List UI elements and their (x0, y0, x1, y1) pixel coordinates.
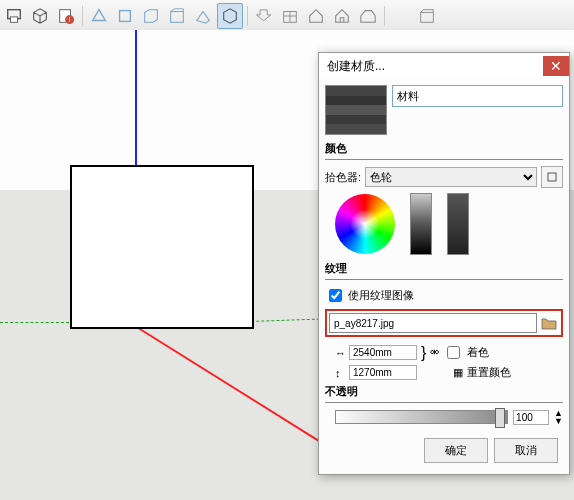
tool-shape3-icon[interactable] (139, 4, 163, 28)
value-slider-1[interactable] (410, 193, 432, 255)
divider (325, 159, 563, 160)
tool-info-icon[interactable]: i (54, 4, 78, 28)
svg-text:i: i (69, 16, 70, 23)
value-slider-2[interactable] (447, 193, 469, 255)
drawing-rectangle[interactable] (70, 165, 254, 329)
material-preview-thumb (325, 85, 387, 135)
reset-color-label: 重置颜色 (467, 365, 511, 380)
picker-select[interactable]: 色轮 (365, 167, 537, 187)
dialog-title-text: 创建材质... (327, 58, 385, 75)
tool-shape1-icon[interactable] (87, 4, 111, 28)
tool-house1-icon[interactable] (304, 4, 328, 28)
height-input[interactable] (349, 365, 417, 380)
material-name-input[interactable] (392, 85, 563, 107)
browse-file-button[interactable] (539, 313, 559, 333)
tool-shape2-icon[interactable] (113, 4, 137, 28)
colorize-label: 着色 (467, 345, 489, 360)
main-toolbar: i (0, 0, 574, 33)
reset-color-icon[interactable]: ▦ (453, 366, 463, 379)
tool-house3-icon[interactable] (356, 4, 380, 28)
link-icon[interactable]: ⚮ (430, 346, 439, 359)
tool-shape6-icon[interactable] (217, 3, 243, 29)
svg-rect-11 (548, 173, 556, 181)
toolbar-separator (82, 6, 83, 26)
opacity-spinner[interactable]: ▲▼ (554, 409, 563, 425)
tool-print-icon[interactable] (2, 4, 26, 28)
svg-rect-1 (10, 17, 17, 22)
highlighted-texture-row (325, 309, 563, 337)
create-material-dialog: 创建材质... ✕ 颜色 拾色器: 色轮 纹理 使用纹理图像 (318, 52, 570, 475)
tool-shape4-icon[interactable] (165, 4, 189, 28)
toolbar-separator (247, 6, 248, 26)
svg-rect-5 (120, 11, 131, 22)
ok-button[interactable]: 确定 (424, 438, 488, 463)
opacity-input[interactable] (513, 410, 549, 425)
color-wheel[interactable] (335, 194, 395, 254)
texture-section-header: 纹理 (325, 261, 563, 276)
tool-cube-icon[interactable] (28, 4, 52, 28)
texture-filename-input[interactable] (329, 313, 537, 333)
bracket-icon: } (421, 344, 426, 362)
tool-unfold-icon[interactable] (252, 4, 276, 28)
cancel-button[interactable]: 取消 (494, 438, 558, 463)
picker-label: 拾色器: (325, 170, 361, 185)
eyedropper-button[interactable] (541, 166, 563, 188)
tool-box-icon[interactable] (415, 4, 439, 28)
tool-house2-icon[interactable] (330, 4, 354, 28)
tool-empty-icon[interactable] (389, 4, 413, 28)
color-section-header: 颜色 (325, 141, 563, 156)
divider (325, 279, 563, 280)
height-arrow-icon: ↕ (335, 367, 345, 379)
svg-rect-6 (171, 12, 184, 23)
tool-package-icon[interactable] (278, 4, 302, 28)
divider (325, 402, 563, 403)
dialog-titlebar[interactable]: 创建材质... ✕ (319, 53, 569, 79)
opacity-section-header: 不透明 (325, 384, 563, 399)
width-input[interactable] (349, 345, 417, 360)
opacity-slider-thumb[interactable] (495, 408, 505, 428)
opacity-slider[interactable] (335, 410, 508, 424)
tool-shape5-icon[interactable] (191, 4, 215, 28)
svg-rect-8 (421, 12, 434, 22)
colorize-checkbox[interactable] (447, 346, 460, 359)
width-arrow-icon: ↔ (335, 347, 345, 359)
use-texture-label: 使用纹理图像 (348, 288, 414, 303)
toolbar-separator (384, 6, 385, 26)
close-button[interactable]: ✕ (543, 56, 569, 76)
use-texture-checkbox[interactable] (329, 289, 342, 302)
